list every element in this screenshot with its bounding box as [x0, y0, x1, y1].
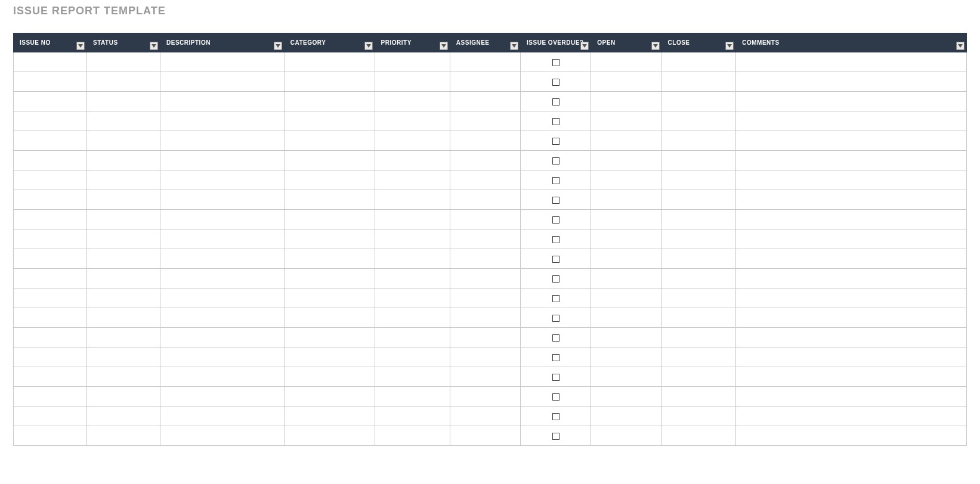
cell-open[interactable] — [591, 367, 661, 387]
cell-comments[interactable] — [736, 288, 967, 308]
filter-dropdown-icon[interactable] — [651, 42, 660, 50]
cell-priority[interactable] — [375, 170, 450, 190]
cell-status[interactable] — [87, 151, 160, 170]
cell-close[interactable] — [661, 151, 736, 170]
overdue-checkbox[interactable] — [552, 216, 559, 224]
cell-overdue[interactable] — [521, 348, 591, 367]
cell-open[interactable] — [591, 348, 661, 367]
cell-status[interactable] — [87, 288, 160, 308]
cell-overdue[interactable] — [521, 92, 591, 111]
cell-priority[interactable] — [375, 328, 450, 348]
cell-assignee[interactable] — [450, 249, 520, 269]
cell-overdue[interactable] — [521, 229, 591, 249]
cell-open[interactable] — [591, 407, 661, 426]
cell-status[interactable] — [87, 249, 160, 269]
cell-issue_no[interactable] — [14, 52, 87, 72]
cell-comments[interactable] — [736, 426, 967, 446]
cell-comments[interactable] — [736, 367, 967, 387]
cell-status[interactable] — [87, 210, 160, 229]
cell-open[interactable] — [591, 387, 661, 407]
cell-overdue[interactable] — [521, 131, 591, 151]
cell-issue_no[interactable] — [14, 367, 87, 387]
cell-description[interactable] — [160, 328, 285, 348]
cell-assignee[interactable] — [450, 288, 520, 308]
cell-comments[interactable] — [736, 170, 967, 190]
cell-description[interactable] — [160, 269, 285, 288]
cell-overdue[interactable] — [521, 72, 591, 92]
cell-description[interactable] — [160, 249, 285, 269]
cell-status[interactable] — [87, 367, 160, 387]
cell-close[interactable] — [661, 348, 736, 367]
cell-assignee[interactable] — [450, 348, 520, 367]
cell-close[interactable] — [661, 367, 736, 387]
cell-category[interactable] — [284, 151, 375, 170]
cell-close[interactable] — [661, 72, 736, 92]
filter-dropdown-icon[interactable] — [510, 42, 518, 50]
cell-description[interactable] — [160, 190, 285, 210]
overdue-checkbox[interactable] — [552, 413, 559, 420]
cell-category[interactable] — [284, 348, 375, 367]
filter-dropdown-icon[interactable] — [150, 42, 158, 50]
cell-status[interactable] — [87, 308, 160, 328]
cell-priority[interactable] — [375, 269, 450, 288]
cell-category[interactable] — [284, 170, 375, 190]
cell-open[interactable] — [591, 269, 661, 288]
cell-open[interactable] — [591, 190, 661, 210]
cell-close[interactable] — [661, 407, 736, 426]
cell-description[interactable] — [160, 210, 285, 229]
cell-open[interactable] — [591, 92, 661, 111]
overdue-checkbox[interactable] — [552, 138, 559, 145]
cell-assignee[interactable] — [450, 170, 520, 190]
cell-assignee[interactable] — [450, 269, 520, 288]
cell-category[interactable] — [284, 229, 375, 249]
cell-priority[interactable] — [375, 190, 450, 210]
cell-description[interactable] — [160, 72, 285, 92]
overdue-checkbox[interactable] — [552, 197, 559, 204]
cell-assignee[interactable] — [450, 367, 520, 387]
cell-priority[interactable] — [375, 229, 450, 249]
cell-priority[interactable] — [375, 111, 450, 131]
overdue-checkbox[interactable] — [552, 433, 559, 440]
cell-priority[interactable] — [375, 92, 450, 111]
cell-overdue[interactable] — [521, 249, 591, 269]
cell-open[interactable] — [591, 229, 661, 249]
cell-issue_no[interactable] — [14, 111, 87, 131]
cell-description[interactable] — [160, 288, 285, 308]
cell-comments[interactable] — [736, 348, 967, 367]
cell-description[interactable] — [160, 426, 285, 446]
cell-issue_no[interactable] — [14, 131, 87, 151]
cell-priority[interactable] — [375, 210, 450, 229]
overdue-checkbox[interactable] — [552, 118, 559, 125]
cell-comments[interactable] — [736, 387, 967, 407]
cell-issue_no[interactable] — [14, 210, 87, 229]
cell-status[interactable] — [87, 348, 160, 367]
cell-open[interactable] — [591, 151, 661, 170]
cell-close[interactable] — [661, 288, 736, 308]
cell-assignee[interactable] — [450, 52, 520, 72]
cell-open[interactable] — [591, 288, 661, 308]
cell-issue_no[interactable] — [14, 92, 87, 111]
cell-assignee[interactable] — [450, 210, 520, 229]
cell-close[interactable] — [661, 249, 736, 269]
cell-overdue[interactable] — [521, 288, 591, 308]
overdue-checkbox[interactable] — [552, 334, 559, 342]
cell-overdue[interactable] — [521, 52, 591, 72]
cell-comments[interactable] — [736, 308, 967, 328]
filter-dropdown-icon[interactable] — [274, 42, 282, 50]
cell-priority[interactable] — [375, 151, 450, 170]
cell-overdue[interactable] — [521, 190, 591, 210]
cell-description[interactable] — [160, 367, 285, 387]
cell-description[interactable] — [160, 308, 285, 328]
cell-issue_no[interactable] — [14, 249, 87, 269]
cell-comments[interactable] — [736, 407, 967, 426]
cell-category[interactable] — [284, 407, 375, 426]
filter-dropdown-icon[interactable] — [76, 42, 85, 50]
cell-category[interactable] — [284, 131, 375, 151]
cell-issue_no[interactable] — [14, 229, 87, 249]
cell-description[interactable] — [160, 111, 285, 131]
overdue-checkbox[interactable] — [552, 374, 559, 381]
cell-close[interactable] — [661, 308, 736, 328]
cell-issue_no[interactable] — [14, 151, 87, 170]
cell-assignee[interactable] — [450, 72, 520, 92]
cell-comments[interactable] — [736, 249, 967, 269]
